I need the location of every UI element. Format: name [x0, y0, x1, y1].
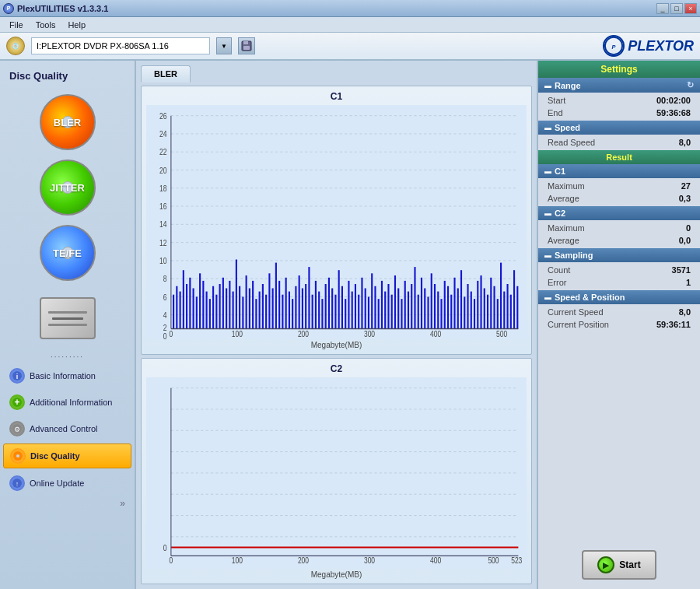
- svg-point-12: [16, 454, 19, 458]
- current-pos-label: Current Position: [548, 320, 609, 329]
- sidebar-item-discquality[interactable]: Disc Quality: [3, 444, 131, 468]
- svg-rect-121: [414, 267, 415, 328]
- chart-c1-svg: 26 24 22 20 18 16 14 12 10 8 6 4 2 0: [146, 105, 527, 339]
- svg-text:100: 100: [232, 329, 243, 338]
- svg-text:16: 16: [159, 202, 167, 211]
- menu-tools[interactable]: Tools: [30, 19, 62, 31]
- device-save-button[interactable]: [238, 37, 255, 54]
- c1-max-label: Maximum: [548, 181, 585, 191]
- svg-text:22: 22: [159, 147, 166, 156]
- sidebar-expand-arrow[interactable]: »: [3, 498, 131, 509]
- read-speed-row: Read Speed 8,0: [538, 136, 700, 149]
- advanced-control-label: Advanced Control: [30, 424, 97, 433]
- svg-rect-80: [278, 281, 280, 329]
- tefe-disc: TE/FE: [40, 225, 96, 281]
- sampling-collapse-icon[interactable]: ▬: [544, 251, 551, 259]
- range-end-value: 59:36:68: [656, 108, 691, 117]
- svg-text:500: 500: [488, 556, 499, 565]
- sampling-error-label: Error: [548, 278, 566, 287]
- svg-text:20: 20: [159, 166, 167, 175]
- svg-rect-91: [315, 281, 317, 329]
- svg-rect-82: [285, 278, 287, 329]
- minimize-button[interactable]: _: [656, 3, 669, 14]
- sampling-label: Sampling: [555, 251, 593, 260]
- svg-rect-88: [305, 284, 306, 328]
- svg-text:523: 523: [511, 556, 522, 565]
- device-select-display[interactable]: I:PLEXTOR DVDR PX-806SA 1.16: [31, 37, 210, 54]
- plextor-logo-icon: P: [603, 35, 625, 57]
- range-collapse-icon[interactable]: ▬: [544, 82, 551, 89]
- svg-rect-135: [460, 270, 462, 328]
- svg-rect-142: [484, 288, 485, 328]
- svg-rect-118: [404, 281, 406, 329]
- svg-rect-69: [242, 296, 243, 328]
- menu-file[interactable]: File: [3, 19, 30, 31]
- svg-rect-54: [193, 288, 194, 328]
- svg-rect-70: [246, 275, 247, 328]
- svg-rect-124: [424, 288, 425, 328]
- svg-rect-94: [325, 284, 327, 328]
- svg-text:4: 4: [163, 310, 167, 320]
- svg-rect-66: [233, 292, 234, 329]
- app-title: PlexUTILITIES v1.3.3.1: [17, 4, 108, 13]
- plextor-text: PLEXTOR: [628, 38, 694, 54]
- svg-rect-57: [202, 281, 204, 329]
- device-icon: 💿: [6, 37, 25, 55]
- jitter-button[interactable]: JITTER: [29, 156, 107, 219]
- range-section-header: ▬ Range ↻: [538, 78, 700, 93]
- speedpos-content: Current Speed 8,0 Current Position 59:36…: [538, 304, 700, 332]
- device-dropdown-button[interactable]: ▼: [216, 37, 232, 54]
- svg-rect-111: [381, 281, 383, 329]
- svg-text:300: 300: [364, 556, 376, 565]
- svg-rect-97: [334, 295, 336, 329]
- c2-avg-value: 0,0: [679, 236, 691, 245]
- svg-text:14: 14: [159, 219, 167, 229]
- c1-avg-label: Average: [548, 194, 579, 203]
- range-label: Range: [555, 81, 581, 90]
- svg-rect-114: [391, 295, 393, 329]
- svg-rect-120: [411, 284, 412, 328]
- svg-text:0: 0: [163, 543, 167, 552]
- read-speed-value: 8,0: [679, 138, 691, 147]
- c1-collapse-icon[interactable]: ▬: [544, 167, 551, 175]
- svg-rect-79: [275, 263, 277, 329]
- svg-rect-86: [299, 275, 300, 328]
- svg-rect-93: [321, 299, 323, 328]
- svg-rect-113: [387, 284, 389, 328]
- close-button[interactable]: ×: [684, 3, 697, 14]
- bler-button[interactable]: BLER: [29, 91, 107, 153]
- maximize-button[interactable]: □: [670, 3, 683, 14]
- tefe-button[interactable]: TE/FE: [29, 222, 107, 284]
- speed-collapse-icon[interactable]: ▬: [544, 124, 551, 131]
- svg-rect-109: [374, 286, 376, 329]
- svg-rect-145: [493, 286, 495, 329]
- sidebar-item-update[interactable]: ↑ Online Update: [3, 472, 131, 495]
- svg-rect-56: [199, 273, 201, 328]
- svg-rect-61: [215, 295, 217, 329]
- svg-rect-76: [265, 295, 267, 329]
- svg-rect-81: [282, 295, 283, 329]
- svg-rect-64: [226, 288, 227, 328]
- sidebar-item-advanced[interactable]: ⚙ Advanced Control: [3, 417, 131, 440]
- tab-bler[interactable]: BLER: [141, 65, 191, 82]
- c1-avg-value: 0,3: [679, 194, 691, 203]
- svg-text:24: 24: [159, 129, 167, 138]
- sidebar-item-additional[interactable]: + Additional Information: [3, 391, 131, 414]
- svg-text:⚙: ⚙: [14, 426, 20, 433]
- svg-rect-147: [500, 263, 502, 329]
- c2-section-label: C2: [555, 209, 565, 218]
- sampling-section-header: ▬ Sampling: [538, 248, 700, 262]
- start-button[interactable]: ▶ Start: [582, 550, 656, 580]
- sidebar-item-basic[interactable]: i Basic Information: [3, 364, 131, 387]
- current-speed-row: Current Speed 8,0: [538, 306, 700, 318]
- range-refresh-icon[interactable]: ↻: [687, 80, 694, 90]
- optical-drive-button[interactable]: [29, 287, 107, 349]
- menu-help[interactable]: Help: [61, 19, 92, 31]
- speedpos-collapse-icon[interactable]: ▬: [544, 293, 551, 301]
- svg-text:500: 500: [496, 329, 508, 338]
- range-end-label: End: [548, 108, 563, 117]
- c2-collapse-icon[interactable]: ▬: [544, 209, 551, 217]
- chart-c2-inner: 0 100 200 300 400 500 523 0: [146, 377, 527, 569]
- svg-rect-136: [464, 296, 465, 328]
- svg-rect-143: [487, 295, 488, 329]
